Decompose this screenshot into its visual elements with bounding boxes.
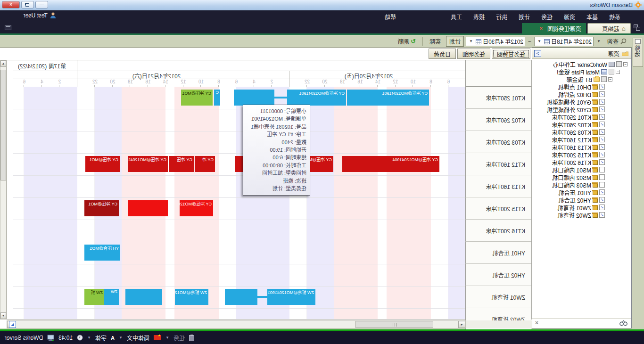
tree-checkbox[interactable]: ✓ (599, 189, 605, 195)
tree-item-KT03[interactable]: ✓KT03 260T冲床 (532, 128, 631, 136)
tree-item-KT01[interactable]: ✓KT01 250T冲床 (532, 113, 631, 121)
tree-checkbox[interactable] (599, 167, 605, 172)
restore-button[interactable] (21, 1, 34, 8)
menu-item-8[interactable]: 帮助 (383, 13, 398, 21)
menu-item-0[interactable]: 系统 (607, 13, 622, 21)
resource-row-header-KT01[interactable]: KT01 250T冲床 (465, 87, 531, 109)
binoculars-search-icon[interactable] (619, 320, 627, 326)
tree-checkbox[interactable]: ✓ (599, 212, 605, 218)
refresh-button[interactable]: ↻ 刷新 (394, 36, 419, 47)
task-bar[interactable]: CY 冲压@MO1 (84, 200, 119, 216)
task-bar[interactable] (234, 90, 274, 106)
tree-checkbox[interactable]: ✓ (599, 205, 605, 210)
tree-item-KT13[interactable]: ✓KT13 160T冲床 (532, 143, 631, 151)
tree-checkbox[interactable]: ✓ (599, 84, 605, 90)
view-tab-1[interactable]: 任务明细 (457, 49, 490, 59)
tree-item-KT16[interactable]: ✓KT16 200T冲床 (532, 158, 631, 166)
tree-item-DH01[interactable]: ✓DH01 点焊机 (532, 83, 631, 90)
view-tab-2[interactable]: 日负荷 (429, 49, 456, 59)
menu-item-4[interactable]: 计划 (517, 13, 532, 21)
tree-checkbox[interactable]: ✓ (599, 99, 605, 105)
panel-collapse-button[interactable]: > (534, 50, 541, 57)
task-bar[interactable]: CY 冲压@MO1 (181, 90, 213, 106)
vertical-scroll-thumb[interactable] (0, 70, 6, 180)
task-bar[interactable]: CY 冲压@MO1 (85, 156, 120, 172)
tree-checkbox[interactable]: ✓ (599, 197, 605, 203)
tree-item-KT02[interactable]: ✓KT02 260T冲床 (532, 121, 631, 128)
task-bar[interactable]: ZW 折 (84, 289, 104, 305)
tree-item-GY01[interactable]: ✓GY01 外桶成型机 (532, 98, 631, 106)
tree-item-node[interactable]: −BT 钣金部 (532, 75, 631, 83)
resource-row-header-KT02[interactable]: KT02 260T冲床 (465, 109, 531, 131)
actual-toggle-button[interactable]: 实际 (426, 36, 444, 47)
tree-checkbox[interactable]: ✓ (599, 144, 605, 150)
task-bar[interactable]: C (214, 90, 220, 106)
tree-checkbox[interactable]: ✓ (599, 91, 605, 97)
menu-item-6[interactable]: 报表 (471, 13, 487, 21)
clear-filter-icon[interactable]: × (535, 319, 538, 326)
query-button[interactable]: 查询 (604, 36, 630, 47)
resource-row-header-YH01[interactable]: YH01 压合机 (465, 242, 531, 264)
tree-checkbox[interactable] (599, 174, 605, 180)
scroll-up-icon[interactable]: ▲ (0, 60, 6, 67)
scroll-to-task-icon[interactable] (9, 321, 16, 328)
tree-item-DH02[interactable]: ✓DH02 点焊机 (532, 90, 631, 98)
tree-checkbox[interactable]: ✓ (599, 152, 605, 157)
tree-checkbox[interactable]: ✓ (599, 159, 605, 165)
tree-expander-icon[interactable]: − (623, 62, 627, 66)
close-button[interactable]: × (2, 1, 20, 8)
scroll-down-icon[interactable]: ▼ (0, 312, 6, 319)
tree-checkbox[interactable]: ✓ (599, 129, 605, 135)
date-to-dropdown-icon[interactable]: ▼ (468, 39, 474, 43)
query-dropdown-icon[interactable]: ▼ (595, 39, 602, 43)
tab-start-page[interactable]: ⌂ 起始页 (587, 23, 631, 33)
task-bar[interactable] (128, 200, 168, 216)
tree-expander-icon[interactable]: − (608, 77, 612, 82)
menu-item-7[interactable]: 工具 (449, 13, 464, 21)
task-bar[interactable]: CY 冲压 (169, 156, 194, 172)
tree-checkbox[interactable] (601, 76, 607, 82)
ime-mode-badge[interactable]: A (111, 335, 115, 341)
horizontal-scroll-thumb[interactable] (355, 321, 433, 328)
task-bar[interactable]: CY 冲压@MO12041901 (287, 90, 346, 106)
task-bar[interactable]: CY 冲压@MO12041904 (128, 156, 168, 172)
task-bar[interactable]: ZW (104, 289, 119, 305)
task-bar[interactable]: CY 冲压@MO12041904 (342, 156, 439, 172)
tree-item-MS02[interactable]: MS02 内缩口机 (532, 173, 631, 181)
tree-checkbox[interactable]: ✓ (599, 106, 605, 112)
vertical-scrollbar[interactable]: ▲ ▼ (0, 60, 7, 319)
tree-item-node[interactable]: −WorkCenter 工作中心 (532, 60, 631, 68)
tree-item-KT15[interactable]: ✓KT15 200T冲床 (532, 151, 631, 158)
scroll-left-icon[interactable]: ◄ (458, 321, 465, 328)
window-stack-icon[interactable] (634, 25, 640, 31)
language-dropdown-icon[interactable]: ▼ (119, 336, 123, 340)
resource-row-header-ZW01[interactable]: ZW01 折弯机 (465, 286, 531, 308)
tree-expander-icon[interactable]: − (616, 70, 620, 74)
tree-checkbox[interactable] (599, 182, 605, 188)
tree-item-ZW02[interactable]: ✓ZW02 折弯机 (532, 211, 631, 219)
status-font-label[interactable]: 字体 (95, 334, 107, 342)
resource-row-header-YH02[interactable]: YH02 压合机 (465, 264, 531, 286)
view-tab-0[interactable]: 任务甘特图 (492, 49, 530, 59)
pin-panel-icon[interactable] (5, 25, 11, 30)
task-bar[interactable]: CY 冲压@MO12041901 (347, 90, 429, 106)
menu-item-3[interactable]: 任务 (539, 13, 554, 21)
menu-item-5[interactable]: 执行 (494, 13, 509, 21)
side-tab-filter[interactable]: 筛选 (633, 38, 643, 67)
tab-close-icon[interactable]: × (540, 25, 543, 31)
resource-row-header-KT15[interactable]: KT15 200T冲床 (465, 197, 531, 220)
minimize-button[interactable]: — (35, 1, 48, 8)
tree-item-YH02[interactable]: ✓YH02 压合机 (532, 196, 631, 204)
plan-toggle-button[interactable]: 计划 (446, 36, 464, 47)
resource-row-header-KT13[interactable]: KT13 160T冲床 (465, 175, 531, 197)
date-from-dropdown-icon[interactable]: ▼ (536, 39, 543, 43)
tree-checkbox[interactable]: ✓ (599, 114, 605, 120)
task-dropdown-icon[interactable]: ▼ (165, 336, 169, 340)
tree-item-YH01[interactable]: ✓YH01 压合机 (532, 188, 631, 196)
tab-resource-task-view[interactable]: 资源任务视图 × (522, 23, 586, 33)
tree-item-MS03[interactable]: MS03 内缩口机 (532, 181, 631, 188)
resource-row-header-KT16[interactable]: KT16 200T冲床 (465, 220, 531, 242)
status-language[interactable]: 简体中文 (127, 334, 149, 342)
horizontal-scrollbar[interactable]: ◄ ► (7, 320, 466, 328)
timeline-body[interactable]: CY 冲压@MO12041901CY 冲压@MO12041901CCY 冲压@M… (13, 87, 465, 319)
